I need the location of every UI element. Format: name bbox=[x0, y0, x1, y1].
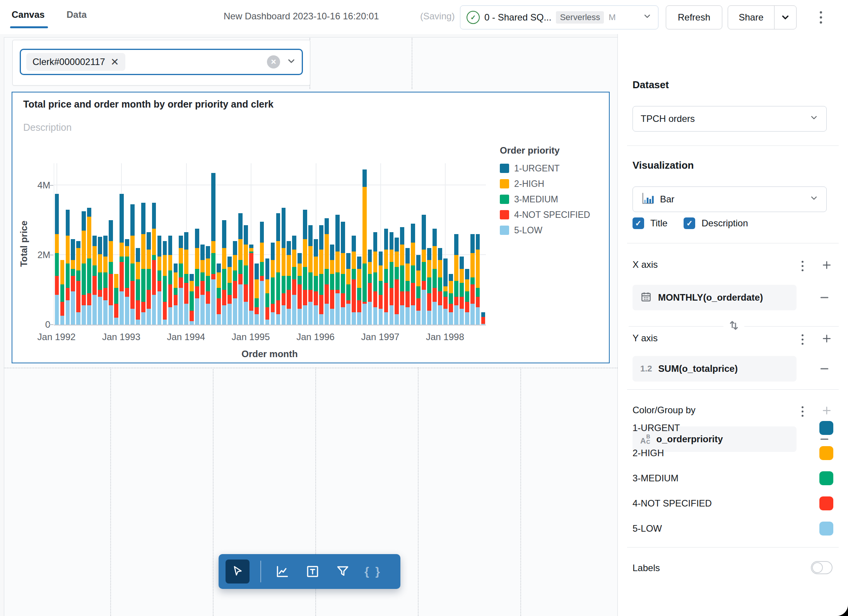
bar-segment bbox=[314, 305, 318, 325]
color-mapping-row: 4-NOT SPECIFIED bbox=[633, 491, 833, 516]
bar-segment bbox=[271, 277, 275, 304]
x-axis-field-pill[interactable]: MONTHLY(o_orderdate) bbox=[633, 285, 797, 310]
share-label[interactable]: Share bbox=[728, 12, 774, 23]
bar-segment bbox=[411, 305, 415, 325]
chevron-down-icon[interactable] bbox=[286, 56, 296, 68]
bar-segment bbox=[265, 307, 270, 320]
x-axis-menu-icon[interactable] bbox=[798, 261, 807, 271]
dashboard-canvas[interactable]: Clerk#000002117 ✕ ✕ Total price and orde… bbox=[0, 34, 617, 616]
bar-segment bbox=[433, 269, 437, 288]
bar-segment bbox=[60, 284, 65, 302]
bar-segment bbox=[390, 305, 394, 325]
bar-segment bbox=[184, 232, 188, 250]
legend-swatch bbox=[500, 226, 509, 235]
color-swatch-button[interactable] bbox=[819, 446, 833, 460]
bar-segment bbox=[292, 295, 296, 325]
color-swatch-button[interactable] bbox=[819, 471, 833, 485]
bar-segment bbox=[476, 307, 480, 325]
x-axis-remove-icon[interactable] bbox=[818, 291, 831, 304]
chevron-down-icon bbox=[809, 113, 819, 125]
warehouse-selector[interactable]: ✓ 0 - Shared SQ... Serverless M bbox=[460, 5, 658, 29]
color-swatch-button[interactable] bbox=[819, 522, 833, 536]
bar-segment bbox=[66, 236, 70, 264]
color-swatch-button[interactable] bbox=[819, 421, 833, 435]
configuration-panel: Dataset TPCH orders Visualization Bar ✓ … bbox=[617, 34, 848, 616]
chart-widget[interactable]: Total price and order month by order pri… bbox=[12, 92, 610, 363]
bar-segment bbox=[346, 304, 350, 325]
refresh-button[interactable]: Refresh bbox=[666, 5, 722, 29]
bar-segment bbox=[233, 270, 237, 281]
bar-segment bbox=[460, 257, 464, 269]
bar-segment bbox=[136, 248, 140, 262]
chip-remove-icon[interactable]: ✕ bbox=[111, 57, 119, 67]
bar-segment bbox=[82, 305, 86, 325]
select-tool-button[interactable] bbox=[226, 560, 250, 583]
panel-divider bbox=[627, 145, 839, 146]
filter-chip[interactable]: Clerk#000002117 ✕ bbox=[26, 53, 125, 71]
y-axis-field-pill[interactable]: 1.2 SUM(o_totalprice) bbox=[633, 356, 797, 382]
bar-segment bbox=[184, 274, 188, 283]
tab-canvas[interactable]: Canvas bbox=[12, 9, 44, 20]
title-checkbox[interactable]: ✓ bbox=[633, 217, 644, 229]
labels-toggle[interactable] bbox=[811, 561, 833, 574]
bar-segment bbox=[373, 291, 378, 307]
bar-segment bbox=[60, 302, 65, 316]
bar-segment bbox=[400, 245, 404, 265]
bar-segment bbox=[227, 304, 232, 325]
x-axis-add-icon[interactable] bbox=[821, 259, 833, 272]
dataset-select[interactable]: TPCH orders bbox=[633, 106, 827, 132]
add-text-tool-button[interactable] bbox=[302, 560, 323, 583]
bar-segment bbox=[233, 281, 237, 298]
description-checkbox[interactable]: ✓ bbox=[684, 217, 695, 229]
x-axis-field-name: MONTHLY(o_orderdate) bbox=[658, 292, 763, 303]
add-filter-tool-button[interactable] bbox=[332, 560, 353, 583]
dashboard-title[interactable]: New Dashboard 2023-10-16 16:20:01 bbox=[224, 11, 379, 22]
tab-data[interactable]: Data bbox=[67, 9, 87, 20]
bar-segment bbox=[141, 234, 145, 269]
y-axis-remove-icon[interactable] bbox=[818, 362, 831, 375]
bar-segment bbox=[163, 241, 167, 255]
bar-segment bbox=[71, 239, 75, 260]
y-axis-add-icon[interactable] bbox=[821, 333, 833, 346]
bar-segment bbox=[147, 232, 151, 250]
bar-segment bbox=[481, 312, 486, 317]
clear-all-icon[interactable]: ✕ bbox=[267, 55, 280, 68]
filter-input[interactable]: Clerk#000002117 ✕ ✕ bbox=[20, 49, 303, 75]
y-axis-menu-icon[interactable] bbox=[798, 334, 807, 345]
bar-segment bbox=[319, 274, 323, 295]
bar-segment bbox=[465, 269, 469, 279]
legend-item: 3-MEDIUM bbox=[500, 192, 604, 207]
bar-segment bbox=[238, 239, 243, 260]
color-swatch-button[interactable] bbox=[819, 496, 833, 510]
bar-segment bbox=[405, 264, 410, 281]
canvas-toolbar: { } bbox=[219, 554, 400, 589]
bar-segment bbox=[297, 253, 302, 264]
bar-segment bbox=[373, 272, 378, 292]
bar-segment bbox=[60, 316, 65, 325]
overflow-menu-button[interactable] bbox=[812, 6, 829, 29]
bar-segment bbox=[335, 215, 340, 252]
bar-segment bbox=[244, 245, 248, 265]
x-tick-label: Jan 1994 bbox=[167, 332, 205, 342]
visualization-select[interactable]: Bar bbox=[633, 187, 827, 212]
bar-segment bbox=[184, 304, 188, 325]
bar-segment bbox=[114, 318, 118, 325]
bar-segment bbox=[255, 314, 259, 325]
add-parameter-tool-button[interactable]: { } bbox=[362, 560, 383, 583]
bar-segment bbox=[379, 309, 383, 325]
swap-axes-icon[interactable] bbox=[727, 319, 740, 334]
bar-segment bbox=[438, 277, 442, 291]
chart-description-placeholder[interactable]: Description bbox=[23, 122, 72, 133]
visualization-heading: Visualization bbox=[633, 159, 694, 171]
share-dropdown-button[interactable] bbox=[774, 6, 796, 29]
bar-segment bbox=[465, 302, 469, 312]
add-visualization-tool-button[interactable] bbox=[272, 560, 293, 583]
bar-segment bbox=[120, 194, 124, 243]
bar-segment bbox=[400, 227, 404, 245]
filter-widget[interactable]: Clerk#000002117 ✕ ✕ bbox=[12, 40, 310, 86]
bar-segment bbox=[411, 243, 415, 265]
bar-segment bbox=[76, 241, 80, 248]
filter-chip-label: Clerk#000002117 bbox=[32, 56, 105, 67]
bar-segment bbox=[384, 269, 388, 283]
share-button[interactable]: Share bbox=[728, 5, 797, 29]
